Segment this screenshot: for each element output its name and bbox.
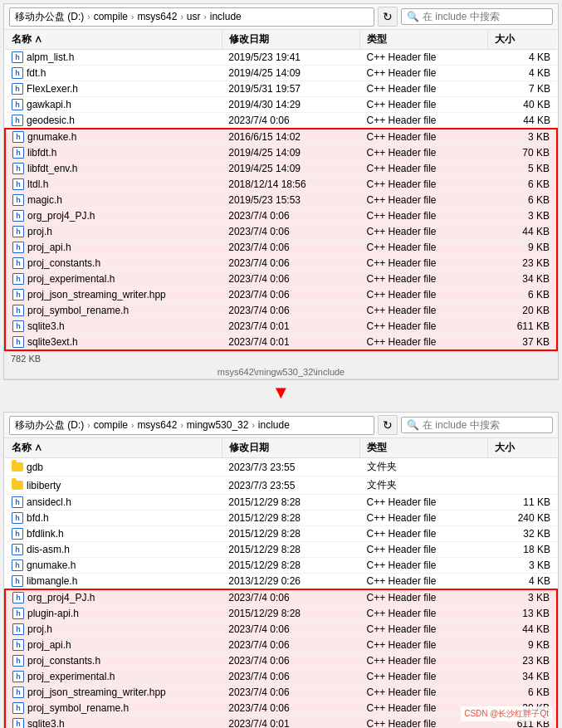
table-row[interactable]: hlibfdt_env.h2019/4/25 14:09C++ Header f… bbox=[5, 161, 557, 177]
file-name: dis-asm.h bbox=[27, 544, 70, 555]
breadcrumb-include[interactable]: include bbox=[210, 11, 242, 22]
header-file-icon: h bbox=[12, 163, 24, 174]
file-size: 40 KB bbox=[488, 97, 557, 113]
table-row[interactable]: hproj_experimental.h2023/7/4 0:06C++ Hea… bbox=[5, 271, 557, 287]
file-date: 2015/12/29 8:28 bbox=[222, 495, 359, 511]
table-row[interactable]: hplugin-api.h2015/12/29 8:28C++ Header f… bbox=[5, 606, 557, 622]
table-row[interactable]: hlibmangle.h2013/12/29 0:26C++ Header fi… bbox=[5, 574, 557, 590]
table-row[interactable]: hproj_symbol_rename.h2023/7/4 0:06C++ He… bbox=[5, 303, 557, 319]
file-name: gdb bbox=[27, 462, 43, 473]
file-size: 3 KB bbox=[488, 129, 557, 145]
col-header-date[interactable]: 修改日期 bbox=[222, 30, 359, 50]
file-date: 2023/7/4 0:06 bbox=[222, 622, 359, 638]
file-name: alpm_list.h bbox=[27, 51, 74, 63]
file-name: ansidecl.h bbox=[27, 496, 71, 508]
file-date: 2023/7/4 0:06 bbox=[222, 287, 359, 303]
bottom-search-input[interactable] bbox=[423, 419, 547, 431]
table-row[interactable]: horg_proj4_PJ.h2023/7/4 0:06C++ Header f… bbox=[5, 208, 557, 224]
table-row[interactable]: hproj_constants.h2023/7/4 0:06C++ Header… bbox=[5, 256, 557, 271]
bottom-col-header-type[interactable]: 类型 bbox=[360, 438, 488, 458]
bottom-breadcrumb-drive[interactable]: 移动办公盘 (D:) bbox=[15, 418, 84, 432]
table-row[interactable]: hproj_api.h2023/7/4 0:06C++ Header file9… bbox=[5, 240, 557, 256]
table-row[interactable]: halpm_list.h2019/5/23 19:41C++ Header fi… bbox=[5, 50, 557, 66]
breadcrumb-compile[interactable]: compile bbox=[94, 11, 128, 22]
bottom-breadcrumb-include[interactable]: include bbox=[258, 419, 290, 431]
file-date: 2023/7/4 0:06 bbox=[222, 701, 359, 716]
bottom-search-bar[interactable]: 🔍 bbox=[401, 417, 553, 433]
bottom-breadcrumb[interactable]: 移动办公盘 (D:) › compile › msys642 › mingw53… bbox=[9, 416, 374, 435]
table-row[interactable]: hgnumake.h2016/6/15 14:02C++ Header file… bbox=[5, 129, 557, 145]
bottom-col-header-name[interactable]: 名称 ∧ bbox=[5, 438, 222, 458]
file-size: 18 KB bbox=[488, 542, 557, 558]
table-row[interactable]: hbfd.h2015/12/29 8:28C++ Header file240 … bbox=[5, 511, 557, 526]
file-date: 2023/7/4 0:06 bbox=[222, 685, 359, 701]
table-row[interactable]: hgeodesic.h2023/7/4 0:06C++ Header file4… bbox=[5, 113, 557, 129]
file-name: gawkapi.h bbox=[27, 99, 71, 110]
table-row[interactable]: hsqlite3.h2023/7/4 0:01C++ Header file61… bbox=[5, 319, 557, 335]
file-name: proj_experimental.h bbox=[27, 273, 115, 285]
table-row[interactable]: hproj_experimental.h2023/7/4 0:06C++ Hea… bbox=[5, 669, 557, 685]
table-row[interactable]: hproj.h2023/7/4 0:06C++ Header file44 KB bbox=[5, 622, 557, 638]
col-header-type[interactable]: 类型 bbox=[360, 30, 488, 50]
table-row[interactable]: hFlexLexer.h2019/5/31 19:57C++ Header fi… bbox=[5, 81, 557, 97]
file-name: sqlite3.h bbox=[27, 718, 65, 728]
table-row[interactable]: hdis-asm.h2015/12/29 8:28C++ Header file… bbox=[5, 542, 557, 558]
file-type: C++ Header file bbox=[360, 66, 488, 81]
breadcrumb-usr[interactable]: usr bbox=[187, 11, 201, 22]
file-type: C++ Header file bbox=[360, 287, 488, 303]
table-row[interactable]: hfdt.h2019/4/25 14:09C++ Header file4 KB bbox=[5, 66, 557, 81]
header-file-icon: h bbox=[12, 496, 23, 508]
header-file-icon: h bbox=[12, 67, 23, 79]
table-row[interactable]: hgawkapi.h2019/4/30 14:29C++ Header file… bbox=[5, 97, 557, 113]
bottom-breadcrumb-mingw[interactable]: mingw530_32 bbox=[187, 419, 249, 431]
file-size: 9 KB bbox=[488, 638, 557, 653]
col-header-size[interactable]: 大小 bbox=[488, 30, 557, 50]
file-type: C++ Header file bbox=[360, 511, 488, 526]
table-row[interactable]: horg_proj4_PJ.h2023/7/4 0:06C++ Header f… bbox=[5, 589, 557, 606]
file-size bbox=[488, 458, 557, 476]
file-name: sqlite3ext.h bbox=[27, 336, 78, 348]
top-status-bar: 782 KB bbox=[4, 351, 558, 365]
top-search-input[interactable] bbox=[423, 11, 547, 22]
table-row[interactable]: hproj.h2023/7/4 0:06C++ Header file44 KB bbox=[5, 224, 557, 240]
file-type: C++ Header file bbox=[360, 638, 488, 653]
table-row[interactable]: hltdl.h2018/12/14 18:56C++ Header file6 … bbox=[5, 177, 557, 193]
breadcrumb-msys642[interactable]: msys642 bbox=[137, 11, 177, 22]
bottom-col-header-date[interactable]: 修改日期 bbox=[222, 438, 359, 458]
breadcrumb-drive[interactable]: 移动办公盘 (D:) bbox=[15, 10, 84, 24]
file-name: geodesic.h bbox=[27, 115, 75, 126]
table-row[interactable]: hbfdlink.h2015/12/29 8:28C++ Header file… bbox=[5, 526, 557, 542]
file-date: 2015/12/29 8:28 bbox=[222, 606, 359, 622]
table-row[interactable]: hmagic.h2019/5/23 15:53C++ Header file6 … bbox=[5, 193, 557, 208]
file-size: 4 KB bbox=[488, 66, 557, 81]
file-name: gnumake.h bbox=[27, 559, 76, 571]
file-size: 32 KB bbox=[488, 526, 557, 542]
file-date: 2023/7/3 23:55 bbox=[222, 458, 359, 476]
table-row[interactable]: hproj_json_streaming_writer.hpp2023/7/4 … bbox=[5, 287, 557, 303]
table-row[interactable]: hansidecl.h2015/12/29 8:28C++ Header fil… bbox=[5, 495, 557, 511]
header-file-icon: h bbox=[12, 718, 24, 728]
table-row[interactable]: gdb2023/7/3 23:55文件夹 bbox=[5, 458, 557, 476]
bottom-refresh-button[interactable]: ↻ bbox=[378, 415, 398, 435]
table-row[interactable]: hproj_api.h2023/7/4 0:06C++ Header file9… bbox=[5, 638, 557, 653]
file-name: proj_experimental.h bbox=[27, 671, 115, 682]
header-file-icon: h bbox=[12, 305, 24, 316]
file-type: C++ Header file bbox=[360, 81, 488, 97]
bottom-col-header-size[interactable]: 大小 bbox=[488, 438, 557, 458]
file-type: C++ Header file bbox=[360, 193, 488, 208]
header-file-icon: h bbox=[12, 544, 23, 555]
table-row[interactable]: hlibfdt.h2019/4/25 14:09C++ Header file7… bbox=[5, 145, 557, 161]
table-row[interactable]: libiberty2023/7/3 23:55文件夹 bbox=[5, 476, 557, 495]
top-breadcrumb[interactable]: 移动办公盘 (D:) › compile › msys642 › usr › i… bbox=[9, 7, 374, 27]
file-type: C++ Header file bbox=[360, 669, 488, 685]
table-row[interactable]: hproj_json_streaming_writer.hpp2023/7/4 … bbox=[5, 685, 557, 701]
table-row[interactable]: hgnumake.h2015/12/29 8:28C++ Header file… bbox=[5, 558, 557, 574]
col-header-name[interactable]: 名称 ∧ bbox=[5, 30, 222, 50]
table-row[interactable]: hsqlite3ext.h2023/7/4 0:01C++ Header fil… bbox=[5, 335, 557, 351]
bottom-breadcrumb-msys642[interactable]: msys642 bbox=[137, 419, 177, 431]
header-file-icon: h bbox=[12, 257, 24, 269]
top-search-bar[interactable]: 🔍 bbox=[401, 8, 553, 25]
table-row[interactable]: hproj_constants.h2023/7/4 0:06C++ Header… bbox=[5, 653, 557, 669]
top-refresh-button[interactable]: ↻ bbox=[378, 7, 398, 27]
bottom-breadcrumb-compile[interactable]: compile bbox=[94, 419, 128, 431]
